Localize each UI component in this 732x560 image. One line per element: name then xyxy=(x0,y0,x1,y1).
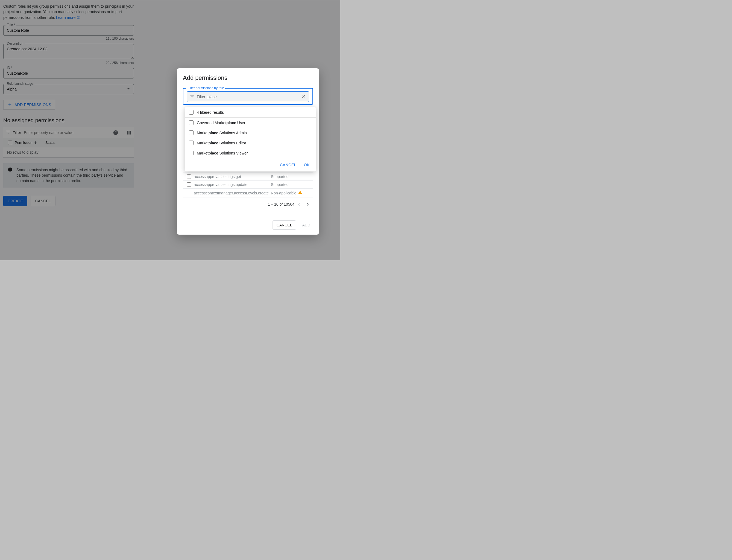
permission-row-checkbox[interactable] xyxy=(187,182,191,187)
permission-status: Supported xyxy=(271,174,312,179)
role-filter-input-wrap[interactable]: Filter place xyxy=(187,91,309,102)
option-label: Marketplace Solutions Editor xyxy=(197,141,246,145)
permission-status: Supported xyxy=(271,182,312,187)
results-count-label: 4 filtered results xyxy=(197,110,224,115)
permission-row: accesscontextmanager.accessLevels.create… xyxy=(183,189,313,197)
dialog-title: Add permissions xyxy=(183,74,313,81)
dialog-permissions-list: accessapproval.settings.deleteSupporteda… xyxy=(183,165,313,209)
pagination-next-button[interactable] xyxy=(304,200,312,208)
role-filter-legend: Filter permissions by role xyxy=(186,86,225,90)
dropdown-option[interactable]: Marketplace Solutions Viewer xyxy=(185,148,316,158)
dropdown-option[interactable]: Governed Marketplace User xyxy=(185,118,316,128)
dropdown-actions: CANCEL OK xyxy=(185,158,316,171)
role-filter-field: Filter permissions by role Filter place xyxy=(183,88,313,105)
role-filter-dropdown: 4 filtered results Governed Marketplace … xyxy=(185,107,316,171)
option-checkbox[interactable] xyxy=(189,151,194,155)
option-label: Governed Marketplace User xyxy=(197,121,245,125)
add-permissions-dialog: Add permissions Filter permissions by ro… xyxy=(177,68,319,235)
dialog-pagination: 1 – 10 of 10504 xyxy=(183,197,313,209)
dialog-add-button[interactable]: ADD xyxy=(299,220,313,230)
dropdown-ok-button[interactable]: OK xyxy=(301,161,313,169)
clear-filter-button[interactable] xyxy=(301,94,306,100)
dropdown-option[interactable]: Marketplace Solutions Admin xyxy=(185,128,316,138)
option-checkbox[interactable] xyxy=(189,120,194,125)
permission-name: accesscontextmanager.accessLevels.create xyxy=(194,191,271,195)
dropdown-option[interactable]: Marketplace Solutions Editor xyxy=(185,138,316,148)
option-label: Marketplace Solutions Viewer xyxy=(197,151,248,155)
permission-status: Non-applicable xyxy=(271,190,312,196)
option-checkbox[interactable] xyxy=(189,130,194,135)
dropdown-cancel-button[interactable]: CANCEL xyxy=(277,161,299,169)
role-filter-prefix: Filter xyxy=(197,95,205,99)
option-label: Marketplace Solutions Admin xyxy=(197,131,247,135)
pagination-range-label: 1 – 10 of 10504 xyxy=(268,202,295,206)
dropdown-results-header[interactable]: 4 filtered results xyxy=(185,107,316,117)
permission-row-checkbox[interactable] xyxy=(187,174,191,179)
warning-icon xyxy=(298,190,302,196)
permission-name: accessapproval.settings.get xyxy=(194,174,271,179)
role-filter-value: place xyxy=(208,95,299,99)
dialog-footer-actions: CANCEL ADD xyxy=(183,220,313,230)
permission-row: accessapproval.settings.getSupported xyxy=(183,173,313,181)
pagination-prev-button[interactable] xyxy=(295,200,303,208)
select-all-results-checkbox[interactable] xyxy=(189,110,194,115)
permission-name: accessapproval.settings.update xyxy=(194,182,271,187)
filter-icon xyxy=(190,94,195,99)
option-checkbox[interactable] xyxy=(189,141,194,145)
dialog-cancel-button[interactable]: CANCEL xyxy=(273,220,296,230)
permission-row-checkbox[interactable] xyxy=(187,191,191,195)
permission-row: accessapproval.settings.updateSupported xyxy=(183,181,313,189)
